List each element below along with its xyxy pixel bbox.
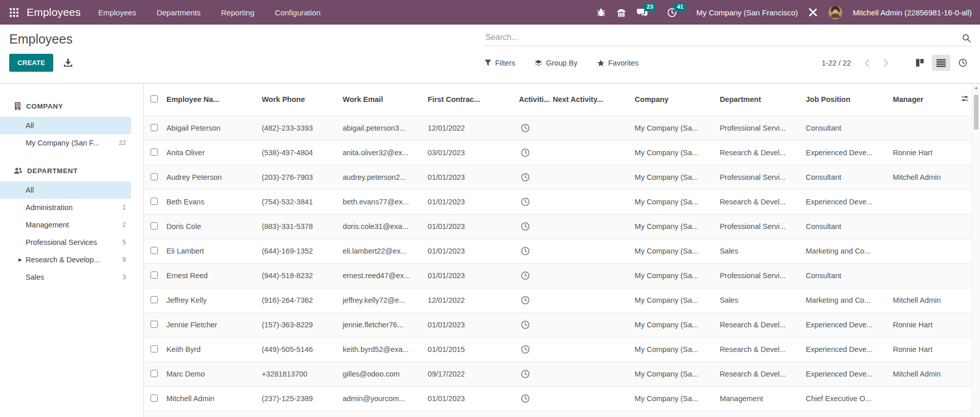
sidebar-filter-item[interactable]: ▶ Management 2 <box>0 216 131 234</box>
sidebar-filter-item[interactable]: ▶ Sales 3 <box>0 268 131 286</box>
select-all-checkbox[interactable] <box>151 95 158 102</box>
row-checkbox[interactable] <box>151 321 158 328</box>
table-row[interactable]: Jeffrey Kelly (916)-264-7362 jeffrey.kel… <box>144 288 972 312</box>
row-checkbox-cell <box>144 214 165 239</box>
col-company[interactable]: Company <box>634 84 719 116</box>
cell-first-contract-date: 01/01/2023 <box>427 190 518 214</box>
row-checkbox[interactable] <box>151 149 158 156</box>
col-manager[interactable]: Manager <box>892 84 951 116</box>
cell-employee-name: Beth Evans <box>165 190 261 214</box>
pager-next-icon[interactable] <box>883 59 889 67</box>
list-view-button[interactable] <box>932 55 950 71</box>
col-work-email[interactable]: Work Email <box>342 84 427 116</box>
table-row[interactable]: Keith Byrd (449)-505-5146 keith.byrd52@e… <box>144 337 972 362</box>
sidebar-filter-item[interactable]: ▶ All <box>0 117 131 134</box>
sidebar-filter-item[interactable]: ▶ My Company (San F... 22 <box>0 134 131 152</box>
scrollbar-up-arrow[interactable]: ▲ <box>972 85 980 90</box>
favorites-button[interactable]: Favorites <box>597 59 639 67</box>
row-checkbox[interactable] <box>151 394 158 402</box>
col-next-activity[interactable]: Next Activity... <box>551 84 633 116</box>
sidebar-filter-item[interactable]: ▶ Research & Develop... 9 <box>0 251 131 268</box>
create-button[interactable]: CREATE <box>9 54 53 72</box>
search-icon[interactable] <box>962 34 971 45</box>
table-row[interactable]: Ernest Reed (944)-518-8232 ernest.reed47… <box>144 263 972 288</box>
sidebar-filter-item[interactable]: ▶ Administration 1 <box>0 199 131 216</box>
table-row[interactable]: Eli Lambert (644)-169-1352 eli.lambert22… <box>144 239 972 263</box>
export-download-icon[interactable] <box>63 58 73 68</box>
apps-menu-icon[interactable] <box>6 5 22 20</box>
schedule-activity-clock-icon[interactable] <box>521 246 530 256</box>
schedule-activity-clock-icon[interactable] <box>521 271 530 280</box>
table-row[interactable]: Paul Williams (114)-262-1607 paul.willia… <box>144 411 972 417</box>
schedule-activity-clock-icon[interactable] <box>521 173 530 182</box>
favorites-label: Favorites <box>608 59 639 67</box>
search-input[interactable] <box>485 33 954 42</box>
menu-departments[interactable]: Departments <box>157 8 201 17</box>
col-job-position[interactable]: Job Position <box>805 84 892 116</box>
cell-work-phone: (916)-264-7362 <box>261 288 342 312</box>
schedule-activity-clock-icon[interactable] <box>521 369 530 379</box>
row-checkbox[interactable] <box>151 222 158 230</box>
sidebar-filter-item[interactable]: ▶ All <box>0 181 131 199</box>
scrollbar-thumb[interactable] <box>974 95 978 130</box>
activities-clock-icon[interactable]: 41 <box>667 8 677 17</box>
kanban-view-icon <box>915 58 924 67</box>
cell-department: Research & Devel... <box>719 312 805 337</box>
schedule-activity-clock-icon[interactable] <box>521 148 530 157</box>
cell-department: Professional Servi... <box>719 116 805 140</box>
row-checkbox[interactable] <box>151 173 158 180</box>
row-checkbox[interactable] <box>151 124 158 131</box>
optional-columns-icon[interactable] <box>961 95 969 102</box>
schedule-activity-clock-icon[interactable] <box>521 345 530 354</box>
support-tools-icon[interactable] <box>808 7 818 17</box>
schedule-activity-clock-icon[interactable] <box>521 222 530 231</box>
table-row[interactable]: Audrey Peterson (203)-276-7903 audrey.pe… <box>144 165 972 190</box>
app-title[interactable]: Employees <box>27 6 81 18</box>
sidebar-item-label: Sales <box>26 273 119 281</box>
group-by-button[interactable]: Group By <box>535 59 577 67</box>
schedule-activity-clock-icon[interactable] <box>521 123 530 133</box>
schedule-activity-clock-icon[interactable] <box>521 320 530 329</box>
row-checkbox[interactable] <box>151 198 158 205</box>
cell-work-email: keith.byrd52@exa... <box>342 337 427 362</box>
table-row[interactable]: Marc Demo +3281813700 gilles@odoo.com 09… <box>144 362 972 386</box>
activity-view-button[interactable] <box>953 55 972 71</box>
user-menu[interactable]: Mitchell Admin (22856981-16-0-all) <box>853 8 972 17</box>
voip-phone-icon[interactable] <box>616 8 627 17</box>
table-row[interactable]: Anita Oliver (538)-497-4804 anita.oliver… <box>144 140 972 165</box>
pager-previous-icon[interactable] <box>864 59 870 67</box>
expand-caret-icon[interactable]: ▶ <box>18 257 26 262</box>
menu-configuration[interactable]: Configuration <box>275 8 321 17</box>
menu-reporting[interactable]: Reporting <box>221 8 254 17</box>
col-employee-name[interactable]: Employee Na... <box>165 84 261 116</box>
schedule-activity-clock-icon[interactable] <box>521 296 530 305</box>
sidebar-item-label: Management <box>26 221 119 229</box>
table-row[interactable]: Abigail Peterson (482)-233-3393 abigail.… <box>144 116 972 140</box>
col-department[interactable]: Department <box>719 84 805 116</box>
row-checkbox[interactable] <box>151 247 158 254</box>
kanban-view-button[interactable] <box>910 55 929 71</box>
table-row[interactable]: Mitchell Admin (237)-125-2389 admin@your… <box>144 386 972 411</box>
row-checkbox[interactable] <box>151 272 158 279</box>
table-row[interactable]: Jennie Fletcher (157)-363-8229 jennie.fl… <box>144 312 972 337</box>
debug-bug-icon[interactable] <box>596 8 606 17</box>
schedule-activity-clock-icon[interactable] <box>521 394 530 403</box>
table-row[interactable]: Beth Evans (754)-532-3841 beth.evans77@e… <box>144 190 972 214</box>
user-avatar[interactable] <box>828 6 842 19</box>
col-work-phone[interactable]: Work Phone <box>261 84 342 116</box>
row-checkbox[interactable] <box>151 296 158 303</box>
menu-employees[interactable]: Employees <box>98 8 136 17</box>
row-checkbox[interactable] <box>151 370 158 377</box>
table-header-row: Employee Na... Work Phone Work Email Fir… <box>144 84 972 116</box>
row-checkbox[interactable] <box>151 345 158 352</box>
col-activities[interactable]: Activiti... <box>518 84 551 116</box>
company-switcher[interactable]: My Company (San Francisco) <box>696 8 798 17</box>
messages-icon[interactable]: 23 <box>637 8 648 17</box>
filters-button[interactable]: Filters <box>484 59 515 67</box>
sidebar-filter-item[interactable]: ▶ Professional Services 5 <box>0 234 131 251</box>
table-row[interactable]: Doris Cole (883)-331-5378 doris.cole31@e… <box>144 214 972 239</box>
vertical-scrollbar[interactable]: ▲ <box>972 84 980 417</box>
col-first-contract[interactable]: First Contrac... <box>427 84 518 116</box>
cell-manager <box>892 116 951 140</box>
schedule-activity-clock-icon[interactable] <box>521 197 530 206</box>
